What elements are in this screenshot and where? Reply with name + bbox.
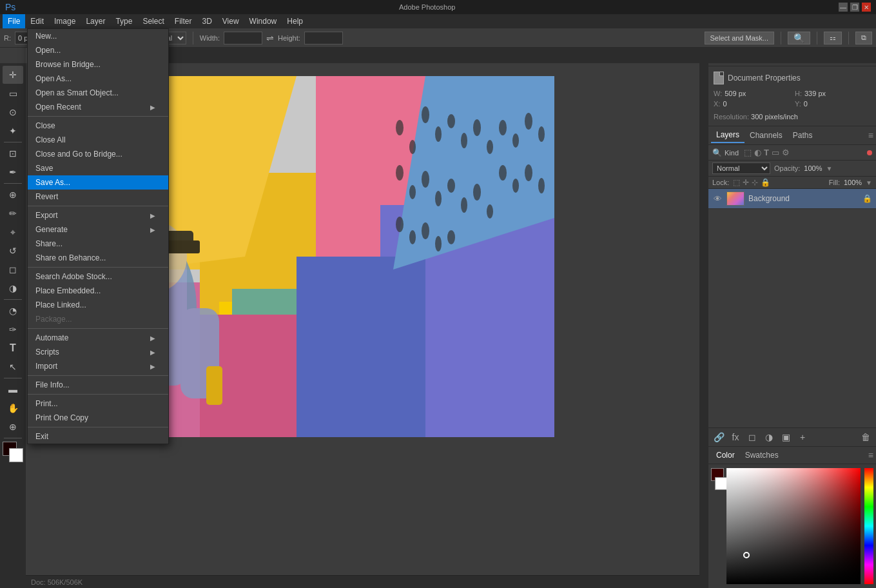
menu-open-recent[interactable]: Open Recent ▶ xyxy=(28,100,168,114)
width-input[interactable] xyxy=(224,32,262,44)
panel-collapse-button[interactable]: ◁ xyxy=(699,48,708,588)
new-group-button[interactable]: ▣ xyxy=(779,431,792,444)
menu-image[interactable]: Image xyxy=(49,14,81,28)
tool-brush[interactable]: ✏ xyxy=(3,204,23,222)
menu-print-one-copy[interactable]: Print One Copy xyxy=(28,411,168,425)
close-button[interactable]: ✕ xyxy=(862,3,871,12)
arrange-button[interactable]: ⧉ xyxy=(855,32,872,44)
tool-move[interactable]: ✛ xyxy=(3,66,23,84)
layers-options-icon[interactable]: ≡ xyxy=(868,130,873,141)
color-tab[interactable]: Color xyxy=(711,448,740,462)
tool-eyedropper[interactable]: ✒ xyxy=(3,163,23,181)
tool-rectangle[interactable]: ▬ xyxy=(3,380,23,398)
lock-move-icon[interactable]: ✛ xyxy=(743,178,749,187)
lock-all-icon[interactable]: 🔒 xyxy=(761,178,770,187)
tool-eraser[interactable]: ◻ xyxy=(3,260,23,279)
layers-tab[interactable]: Layers xyxy=(711,128,745,143)
menu-help[interactable]: Help xyxy=(282,14,308,28)
filter-adjustment-icon[interactable]: ◐ xyxy=(754,148,761,157)
minimize-button[interactable]: — xyxy=(839,3,848,12)
link-layers-button[interactable]: 🔗 xyxy=(712,431,725,444)
paths-tab[interactable]: Paths xyxy=(788,128,818,142)
menu-revert[interactable]: Revert xyxy=(28,190,168,204)
menu-3d[interactable]: 3D xyxy=(197,14,217,28)
menu-share-behance[interactable]: Share on Behance... xyxy=(28,251,168,265)
menu-save-as[interactable]: Save As... xyxy=(28,175,168,190)
filter-pixel-icon[interactable]: ⬚ xyxy=(744,148,752,157)
menu-edit[interactable]: Edit xyxy=(25,14,49,28)
add-mask-button[interactable]: ◻ xyxy=(746,431,759,444)
layer-visibility-icon[interactable]: 👁 xyxy=(712,193,723,204)
channels-tab[interactable]: Channels xyxy=(745,128,788,142)
menu-save[interactable]: Save xyxy=(28,161,168,175)
opacity-arrow[interactable]: ▼ xyxy=(826,165,833,172)
menu-close-go-bridge[interactable]: Close and Go to Bridge... xyxy=(28,147,168,161)
tool-history-brush[interactable]: ↺ xyxy=(3,242,23,260)
fill-arrow[interactable]: ▼ xyxy=(866,179,872,186)
background-color[interactable] xyxy=(9,448,23,462)
menu-place-embedded[interactable]: Place Embedded... xyxy=(28,284,168,298)
tool-clone-stamp[interactable]: ⌖ xyxy=(3,223,23,241)
menu-open[interactable]: Open... xyxy=(28,43,168,57)
menu-import[interactable]: Import ▶ xyxy=(28,359,168,373)
tool-hand[interactable]: ✋ xyxy=(3,399,23,417)
menu-generate[interactable]: Generate ▶ xyxy=(28,222,168,237)
delete-layer-button[interactable]: 🗑 xyxy=(859,431,872,444)
filter-type-icon[interactable]: T xyxy=(764,148,769,157)
menu-file-info[interactable]: File Info... xyxy=(28,378,168,392)
color-swatches[interactable] xyxy=(3,442,23,462)
layer-background-row[interactable]: 👁 Background 🔒 xyxy=(708,189,876,209)
blend-mode-select[interactable]: Normal xyxy=(712,162,770,174)
maximize-button[interactable]: ❐ xyxy=(850,3,859,12)
search-button[interactable]: 🔍 xyxy=(788,32,810,44)
select-and-mask-button[interactable]: Select and Mask... xyxy=(705,32,775,44)
new-adjustment-button[interactable]: ◑ xyxy=(763,431,775,444)
tool-path-select[interactable]: ↖ xyxy=(3,358,23,376)
new-layer-button[interactable]: + xyxy=(796,431,809,444)
menu-open-as[interactable]: Open As... xyxy=(28,72,168,86)
color-gradient-picker[interactable] xyxy=(726,468,861,584)
height-input[interactable] xyxy=(304,32,343,44)
menu-new[interactable]: New... xyxy=(28,29,168,43)
lock-artboard-icon[interactable]: ⊹ xyxy=(752,178,758,187)
titlebar-controls[interactable]: — ❐ ✕ xyxy=(839,3,871,12)
tool-dodge[interactable]: ◔ xyxy=(3,302,23,320)
tool-magic-wand[interactable]: ✦ xyxy=(3,122,23,140)
menu-browse-bridge[interactable]: Browse in Bridge... xyxy=(28,57,168,72)
add-style-button[interactable]: fx xyxy=(729,431,742,444)
menu-layer[interactable]: Layer xyxy=(81,14,110,28)
menu-exit[interactable]: Exit xyxy=(28,429,168,444)
menu-filter[interactable]: Filter xyxy=(170,14,197,28)
tool-zoom[interactable]: ⊕ xyxy=(3,418,23,436)
swatches-tab[interactable]: Swatches xyxy=(740,448,784,462)
menu-close[interactable]: Close xyxy=(28,119,168,133)
menu-close-all[interactable]: Close All xyxy=(28,133,168,147)
tool-type[interactable]: T xyxy=(3,339,23,357)
menu-open-smart-object[interactable]: Open as Smart Object... xyxy=(28,86,168,100)
menu-export[interactable]: Export ▶ xyxy=(28,208,168,222)
menu-search-stock[interactable]: Search Adobe Stock... xyxy=(28,270,168,284)
color-options-icon[interactable]: ≡ xyxy=(868,450,873,460)
workspace-button[interactable]: ⚏ xyxy=(824,32,842,44)
tool-lasso[interactable]: ⊙ xyxy=(3,103,23,121)
menu-window[interactable]: Window xyxy=(244,14,282,28)
menu-file[interactable]: File xyxy=(3,14,25,28)
tool-spot-heal[interactable]: ⊕ xyxy=(3,186,23,204)
filter-shape-icon[interactable]: ▭ xyxy=(772,148,779,157)
hue-slider[interactable] xyxy=(864,468,873,584)
menu-share[interactable]: Share... xyxy=(28,237,168,251)
menu-select[interactable]: Select xyxy=(137,14,169,28)
tool-crop[interactable]: ⊡ xyxy=(3,144,23,162)
filter-smart-icon[interactable]: ⚙ xyxy=(782,148,790,157)
lock-pixels-icon[interactable]: ⬚ xyxy=(733,178,740,187)
tool-gradient[interactable]: ◑ xyxy=(3,279,23,297)
tool-marquee[interactable]: ▭ xyxy=(3,84,23,103)
swap-icon[interactable]: ⇌ xyxy=(266,33,274,43)
gradient-box[interactable] xyxy=(726,468,861,584)
background-swatch[interactable] xyxy=(715,477,728,490)
menu-print[interactable]: Print... xyxy=(28,397,168,411)
menu-scripts[interactable]: Scripts ▶ xyxy=(28,345,168,359)
menu-place-linked[interactable]: Place Linked... xyxy=(28,298,168,312)
menu-automate[interactable]: Automate ▶ xyxy=(28,331,168,345)
tool-pen[interactable]: ✑ xyxy=(3,320,23,338)
